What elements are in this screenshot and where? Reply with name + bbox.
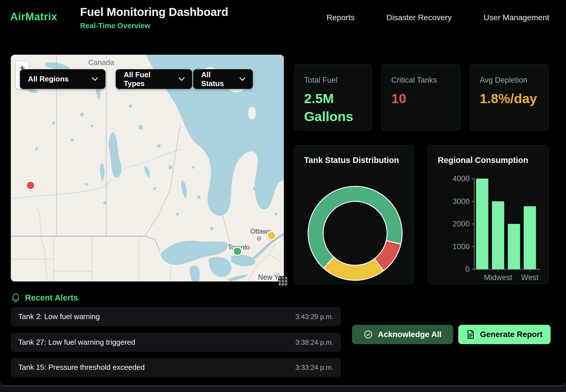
status-filter-dropdown[interactable]: All Status <box>193 69 253 89</box>
bar-y-tick: 4000 <box>453 174 470 183</box>
check-circle-icon <box>364 330 373 339</box>
alert-message: Tank 15: Pressure threshold exceeded <box>18 363 145 372</box>
generate-report-button[interactable]: Generate Report <box>458 325 551 344</box>
tank-marker-normal[interactable] <box>233 246 242 256</box>
app-logo: AirMatrix <box>10 11 57 23</box>
alert-timestamp: 3:43:29 p.m. <box>296 313 333 321</box>
bar-3 <box>524 206 536 269</box>
fuel-type-filter-dropdown[interactable]: All Fuel Types <box>116 69 192 89</box>
tank-status-donut-chart <box>294 145 414 284</box>
acknowledge-all-label: Acknowledge All <box>378 330 441 339</box>
region-filter-dropdown[interactable]: All Regions <box>20 69 105 89</box>
chevron-down-icon <box>178 77 185 81</box>
bar-y-tick: 2000 <box>453 220 470 228</box>
donut-segment-warning <box>324 257 384 280</box>
stat-value: 10 <box>391 90 451 108</box>
stat-label: Total Fuel <box>304 76 362 85</box>
region-filter-value: All Regions <box>28 75 69 83</box>
top-bar: AirMatrix Fuel Monitoring Dashboard Real… <box>0 0 566 35</box>
alert-row[interactable]: Tank 15: Pressure threshold exceeded 3:3… <box>11 358 341 377</box>
bell-icon <box>11 293 20 303</box>
tank-marker-warning[interactable] <box>267 231 276 240</box>
alert-timestamp: 3:33:24 p.m. <box>296 364 333 371</box>
alert-row[interactable]: Tank 27: Low fuel warning triggered 3:38… <box>11 333 341 352</box>
regional-consumption-bar-chart: 01000200030004000MidwestWest <box>428 145 549 284</box>
generate-report-label: Generate Report <box>480 330 542 339</box>
resize-drag-handle-icon[interactable] <box>278 276 288 286</box>
page-title: Fuel Monitoring Dashboard <box>80 6 228 19</box>
main-nav: Reports Disaster Recovery User Managemen… <box>327 0 549 35</box>
bar-0 <box>476 179 488 269</box>
nav-user-management[interactable]: User Management <box>484 13 549 22</box>
bar-2 <box>508 224 520 269</box>
bar-x-label: Midwest <box>484 273 512 282</box>
bar-y-tick: 0 <box>465 265 470 273</box>
alert-message: Tank 2: Low fuel warning <box>18 312 100 321</box>
status-filter-value: All Status <box>201 70 234 88</box>
bar-y-tick: 3000 <box>453 197 470 206</box>
nav-disaster-recovery[interactable]: Disaster Recovery <box>386 13 452 22</box>
alert-message: Tank 27: Low fuel warning triggered <box>18 338 135 347</box>
map-label-canada: Canada <box>88 58 114 67</box>
stat-label: Critical Tanks <box>391 76 450 85</box>
chevron-down-icon <box>239 77 245 81</box>
donut-segment-critical <box>374 241 401 271</box>
alert-row[interactable]: Tank 2: Low fuel warning 3:43:29 p.m. <box>11 307 341 326</box>
tank-status-card: Tank Status Distribution <box>294 145 414 284</box>
donut-chart-title: Tank Status Distribution <box>304 156 399 165</box>
stat-value: 2.5M Gallons <box>304 90 364 126</box>
chevron-down-icon <box>92 77 98 81</box>
dashboard-app: AirMatrix Fuel Monitoring Dashboard Real… <box>0 0 566 386</box>
fuel-type-filter-value: All Fuel Types <box>124 70 173 88</box>
document-icon <box>466 330 475 339</box>
alerts-title: Recent Alerts <box>25 293 78 303</box>
donut-segment-normal <box>308 186 402 268</box>
acknowledge-all-button[interactable]: Acknowledge All <box>352 325 453 344</box>
title-block: Fuel Monitoring Dashboard Real-Time Over… <box>80 6 228 30</box>
bar-1 <box>492 201 504 270</box>
bar-chart-title: Regional Consumption <box>438 156 528 165</box>
regional-consumption-card: Regional Consumption 01000200030004000Mi… <box>428 145 549 284</box>
stat-card-critical-tanks: Critical Tanks 10 <box>381 64 460 130</box>
page-subtitle: Real-Time Overview <box>80 21 228 30</box>
stat-card-avg-depletion: Avg Depletion 1.8%/​day <box>470 64 549 130</box>
bar-y-tick: 1000 <box>453 242 470 251</box>
bar-x-label: West <box>521 273 539 282</box>
stat-card-total-fuel: Total Fuel 2.5M Gallons <box>294 64 372 130</box>
stat-label: Avg Depletion <box>480 76 539 85</box>
stat-value: 1.8%/​day <box>480 90 539 108</box>
map-panel[interactable]: Canada Ottawa Toronto New York + − All R… <box>11 55 284 281</box>
nav-reports[interactable]: Reports <box>327 13 355 22</box>
alert-timestamp: 3:38:24 p.m. <box>296 338 333 346</box>
alerts-header: Recent Alerts <box>11 293 78 303</box>
tank-marker-critical[interactable] <box>26 181 35 190</box>
